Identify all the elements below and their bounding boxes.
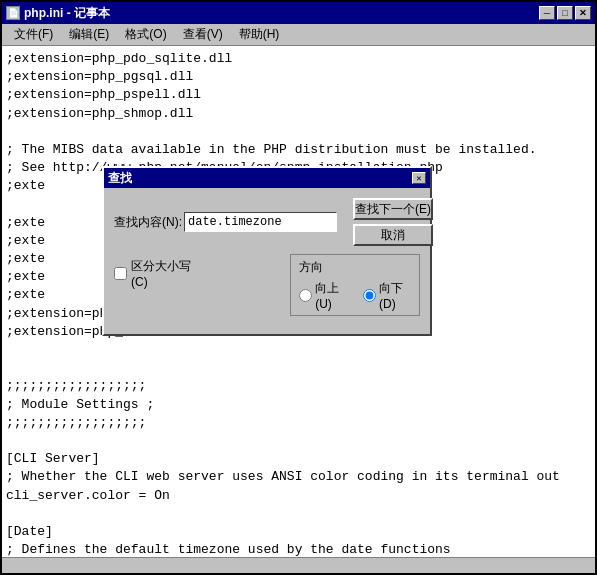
menu-bar: 文件(F) 编辑(E) 格式(O) 查看(V) 帮助(H): [2, 24, 595, 46]
find-options-row: 区分大小写(C) 方向 向上(U): [114, 254, 420, 316]
find-next-button[interactable]: 查找下一个(E): [353, 198, 433, 220]
find-close-button[interactable]: ✕: [412, 172, 426, 184]
main-window: 📄 php.ini - 记事本 ─ □ ✕ 文件(F) 编辑(E) 格式(O) …: [0, 0, 597, 575]
find-direction-radios: 向上(U) 向下(D): [299, 280, 411, 311]
title-bar: 📄 php.ini - 记事本 ─ □ ✕: [2, 2, 595, 24]
find-cancel-button[interactable]: 取消: [353, 224, 433, 246]
find-body: 查找内容(N): 查找下一个(E) 取消 区分大小写(C): [104, 188, 430, 334]
editor-container: ;extension=php_pdo_sqlite.dll ;extension…: [2, 46, 595, 557]
close-button[interactable]: ✕: [575, 6, 591, 20]
case-sensitive-checkbox[interactable]: [114, 267, 127, 280]
find-direction-label: 方向: [299, 259, 323, 276]
menu-format[interactable]: 格式(O): [117, 24, 174, 45]
menu-edit[interactable]: 编辑(E): [61, 24, 117, 45]
find-down-label[interactable]: 向下(D): [363, 280, 411, 311]
window-title: php.ini - 记事本: [24, 5, 110, 22]
find-dialog-title: 查找: [108, 170, 132, 187]
app-icon: 📄: [6, 6, 20, 20]
maximize-button[interactable]: □: [557, 6, 573, 20]
find-title-bar: 查找 ✕: [104, 168, 430, 188]
title-buttons: ─ □ ✕: [539, 6, 591, 20]
find-up-label[interactable]: 向上(U): [299, 280, 347, 311]
find-search-input[interactable]: [184, 212, 337, 232]
find-search-label: 查找内容(N):: [114, 214, 184, 231]
find-up-radio[interactable]: [299, 289, 312, 302]
find-dialog: 查找 ✕ 查找内容(N): 查找下一个(E) 取消: [102, 166, 432, 336]
case-sensitive-label: 区分大小写(C): [131, 258, 200, 289]
menu-file[interactable]: 文件(F): [6, 24, 61, 45]
horizontal-scrollbar[interactable]: [2, 557, 595, 573]
minimize-button[interactable]: ─: [539, 6, 555, 20]
find-down-radio[interactable]: [363, 289, 376, 302]
find-search-row: 查找内容(N): 查找下一个(E) 取消: [114, 198, 420, 246]
menu-help[interactable]: 帮助(H): [231, 24, 288, 45]
menu-view[interactable]: 查看(V): [175, 24, 231, 45]
find-direction-group: 方向 向上(U) 向下(D): [290, 254, 420, 316]
title-bar-left: 📄 php.ini - 记事本: [6, 5, 110, 22]
